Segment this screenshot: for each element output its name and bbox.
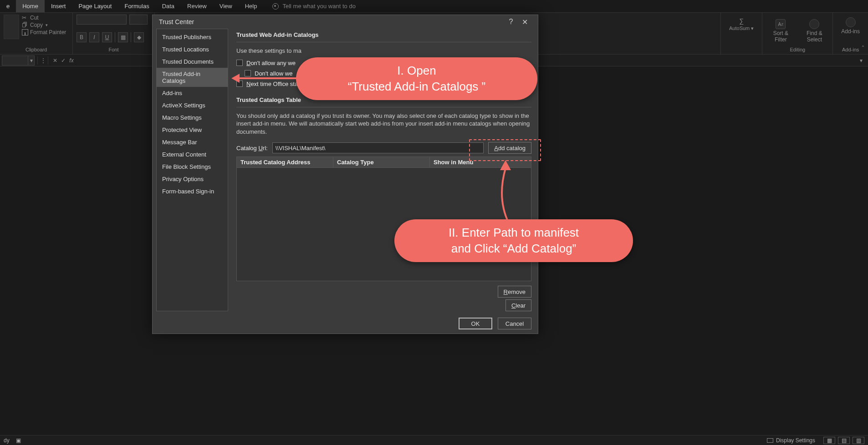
col-address[interactable]: Trusted Catalog Address (237, 157, 333, 167)
sort-filter-button[interactable]: AZ Sort & Filter (766, 16, 795, 43)
dialog-footer: OK Cancel (153, 318, 538, 336)
nav-activex[interactable]: ActiveX Settings (157, 99, 228, 111)
borders-button[interactable]: ▦ (118, 32, 128, 42)
status-bar: dy ▣ Display Settings ▦ ▤ ▥ (0, 435, 868, 445)
nav-macro[interactable]: Macro Settings (157, 111, 228, 124)
nav-addins[interactable]: Add-ins (157, 87, 228, 99)
cancel-button[interactable]: Cancel (498, 318, 531, 329)
nav-trusted-publishers[interactable]: Trusted Publishers (157, 31, 228, 43)
col-type[interactable]: Catalog Type (333, 157, 430, 167)
tab-data[interactable]: Data (156, 0, 181, 12)
find-select-button[interactable]: Find & Select (800, 16, 829, 43)
chk-dont-allow-any[interactable] (236, 60, 243, 66)
remove-button[interactable]: RRemoveemove (498, 286, 531, 298)
dialog-help-button[interactable]: ? (504, 15, 518, 29)
monitor-icon (767, 438, 773, 443)
macro-record-icon[interactable]: ▣ (16, 437, 21, 444)
view-normal-icon[interactable]: ▦ (823, 437, 835, 444)
display-settings-label: Display Settings (776, 437, 815, 444)
nav-trusted-addin-catalogs[interactable]: Trusted Add-in Catalogs (157, 68, 228, 87)
nav-protected-view[interactable]: Protected View (157, 124, 228, 136)
section2-intro: You should only add a catalog if you tru… (236, 112, 531, 136)
annotation-arrow-1 (231, 74, 300, 83)
bold-button[interactable]: B (77, 32, 87, 42)
editing-spacer (725, 51, 758, 53)
nav-trusted-locations[interactable]: Trusted Locations (157, 43, 228, 56)
expand-formula-bar-icon[interactable]: ▾ (857, 56, 865, 65)
tab-view[interactable]: View (213, 0, 239, 12)
trust-center-nav: Trusted Publishers Trusted Locations Tru… (156, 29, 228, 311)
status-ready: dy (4, 437, 10, 444)
catalog-url-label: Catalog Url:Catalog Url: (236, 145, 268, 152)
nav-privacy[interactable]: Privacy Options (157, 173, 228, 185)
nav-trusted-documents[interactable]: Trusted Documents (157, 56, 228, 68)
view-page-break-icon[interactable]: ▥ (853, 437, 864, 444)
find-select-label: Find & Select (804, 30, 824, 43)
addins-icon (846, 17, 856, 27)
lightbulb-icon (272, 3, 279, 10)
display-settings-button[interactable]: Display Settings (767, 437, 815, 444)
font-family-dropdown[interactable] (77, 15, 127, 25)
cut-label: Cut (30, 15, 39, 21)
tab-help[interactable]: Help (239, 0, 264, 12)
clipboard-group-label: Clipboard (4, 47, 69, 53)
catalog-url-input[interactable] (272, 142, 484, 153)
clear-button[interactable]: CClearlear (505, 299, 531, 311)
tab-formulas[interactable]: Formulas (118, 0, 155, 12)
tab-file[interactable]: e (0, 0, 16, 12)
annotation-2-line-1: II. Enter Path to manifest (449, 225, 579, 241)
editing-group-label: Editing (766, 47, 829, 53)
group-clipboard: Cut Copy▾ Format Painter Clipboard (0, 13, 73, 54)
tell-me-placeholder: Tell me what you want to do (282, 3, 355, 10)
scissors-icon (22, 15, 28, 21)
group-font: B I U ▦ ◆ Font (73, 13, 155, 54)
tab-page-layout[interactable]: Page Layout (72, 0, 118, 12)
annotation-callout-1: I. Open “Trusted Add-in Catalogs ” (296, 57, 537, 100)
enter-formula-icon[interactable]: ✓ (59, 57, 67, 64)
nav-form-signin[interactable]: Form-based Sign-in (157, 185, 228, 197)
tab-home[interactable]: Home (16, 0, 45, 12)
nav-file-block[interactable]: File Block Settings (157, 161, 228, 173)
name-box-dropdown[interactable]: ▾ (28, 56, 35, 66)
tell-me-search[interactable]: Tell me what you want to do (272, 3, 355, 10)
collapse-ribbon-icon[interactable]: ˄ (862, 45, 864, 51)
ok-button[interactable]: OK (459, 318, 492, 329)
dialog-close-button[interactable]: ✕ (518, 15, 531, 29)
sort-filter-label: Sort & Filter (771, 30, 791, 43)
fx-icon[interactable]: fx (67, 57, 76, 64)
annotation-1-line-2: “Trusted Add-in Catalogs ” (348, 79, 486, 95)
tab-insert[interactable]: Insert (45, 0, 72, 12)
section1-intro: Use these settings to ma (236, 47, 531, 55)
addins-group-label: Add-ins (837, 47, 864, 53)
paste-button[interactable] (4, 15, 19, 39)
tab-review[interactable]: Review (181, 0, 213, 12)
cancel-formula-icon[interactable]: ✕ (51, 57, 59, 64)
underline-button[interactable]: U (102, 32, 112, 42)
copy-label: Copy (30, 22, 43, 28)
copy-icon (22, 22, 28, 28)
section-web-addin-catalogs-title: Trusted Web Add-in Catalogs (236, 29, 531, 42)
annotation-arrow-2 (495, 160, 523, 224)
annotation-2-line-2: and Click “Add Catalog” (451, 241, 577, 257)
ribbon-tabs: e Home Insert Page Layout Formulas Data … (0, 0, 868, 13)
autosum-button[interactable]: ∑ AutoSum ▾ (725, 15, 758, 31)
cut-button[interactable]: Cut (22, 15, 66, 21)
dialog-titlebar: Trust Center ? ✕ (153, 15, 538, 29)
name-box[interactable] (2, 56, 28, 66)
copy-button[interactable]: Copy▾ (22, 22, 66, 28)
chk-dont-allow-any-label: DDon't allow any weon't allow any we (246, 60, 296, 66)
nav-external-content[interactable]: External Content (157, 148, 228, 161)
font-size-dropdown[interactable] (129, 15, 148, 25)
italic-button[interactable]: I (89, 32, 99, 42)
annotation-dashed-highlight (469, 139, 541, 161)
format-painter-button[interactable]: Format Painter (22, 29, 66, 35)
fill-color-button[interactable]: ◆ (134, 32, 144, 42)
nav-message-bar[interactable]: Message Bar (157, 136, 228, 148)
dialog-title: Trust Center (159, 18, 194, 25)
view-page-layout-icon[interactable]: ▤ (838, 437, 850, 444)
sort-icon: AZ (776, 19, 786, 29)
addins-button[interactable]: Add-ins (837, 15, 864, 35)
svg-marker-0 (500, 160, 511, 170)
annotation-1-line-1: I. Open (397, 63, 436, 79)
format-painter-label: Format Painter (30, 29, 66, 35)
